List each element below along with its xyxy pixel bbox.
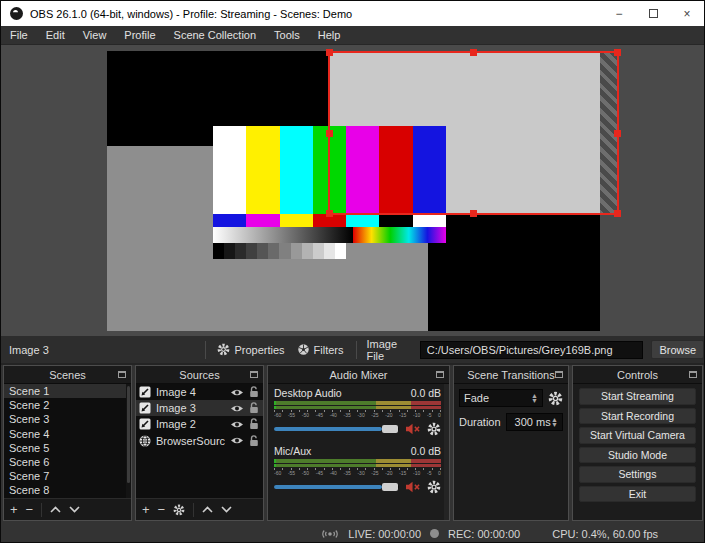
- menu-file[interactable]: File: [1, 26, 37, 44]
- lock-open-icon[interactable]: [249, 386, 259, 398]
- properties-button[interactable]: Properties: [211, 343, 290, 356]
- db-tick-label: -55: [288, 470, 295, 477]
- scene-transitions-title: Scene Transitions: [467, 369, 554, 381]
- transition-select[interactable]: Fade ▲▼: [459, 389, 543, 407]
- resize-handle-bottom-right[interactable]: [614, 210, 621, 217]
- resize-handle-top-middle[interactable]: [470, 49, 477, 56]
- source-item-selected[interactable]: Image 3: [136, 400, 263, 416]
- dock-icon[interactable]: [689, 371, 697, 378]
- remove-scene-button[interactable]: −: [26, 503, 34, 516]
- menu-tools[interactable]: Tools: [265, 26, 309, 44]
- browse-button[interactable]: Browse: [651, 340, 704, 359]
- scene-item[interactable]: Scene 3: [4, 412, 131, 426]
- mixer-scrollbar[interactable]: [444, 384, 449, 520]
- volume-slider-handle[interactable]: [382, 425, 398, 433]
- scene-item[interactable]: Scene 4: [4, 427, 131, 441]
- window-controls: − ×: [602, 1, 704, 26]
- combo-arrows-icon: ▲▼: [531, 393, 538, 403]
- source-item[interactable]: Image 2: [136, 416, 263, 432]
- mute-icon[interactable]: [406, 481, 420, 493]
- source-name: Image 2: [156, 418, 225, 430]
- scene-transitions-panel-header[interactable]: Scene Transitions: [454, 366, 568, 384]
- sources-panel-header[interactable]: Sources: [136, 366, 263, 384]
- minimize-button[interactable]: −: [602, 1, 636, 26]
- menu-scene-collection[interactable]: Scene Collection: [165, 26, 266, 44]
- spinbox-arrows-icon[interactable]: ▲▼: [551, 417, 558, 427]
- menu-bar: File Edit View Profile Scene Collection …: [1, 26, 704, 45]
- channel-name: Mic/Aux: [274, 445, 311, 457]
- mute-icon[interactable]: [406, 423, 420, 435]
- scenes-panel-header[interactable]: Scenes: [4, 366, 131, 384]
- selection-border[interactable]: [328, 51, 619, 215]
- filters-button[interactable]: Filters: [291, 343, 350, 356]
- settings-button[interactable]: Settings: [579, 466, 696, 483]
- start-streaming-button[interactable]: Start Streaming: [579, 388, 696, 405]
- visibility-eye-icon[interactable]: [230, 388, 244, 397]
- scene-item[interactable]: Scene 2: [4, 398, 131, 412]
- exit-button[interactable]: Exit: [579, 486, 696, 503]
- resize-handle-bottom-middle[interactable]: [470, 210, 477, 217]
- gear-icon[interactable]: [427, 422, 441, 436]
- scenes-scrollbar[interactable]: [126, 384, 131, 498]
- add-scene-button[interactable]: +: [10, 503, 18, 516]
- db-tick-label: -10: [413, 470, 420, 477]
- db-tick-label: -20: [385, 412, 392, 419]
- window-title: OBS 26.1.0 (64-bit, windows) - Profile: …: [30, 8, 352, 20]
- image-file-input[interactable]: [420, 341, 644, 359]
- resize-handle-middle-right[interactable]: [614, 130, 621, 137]
- transition-settings-gear-icon[interactable]: [548, 391, 563, 406]
- gear-icon[interactable]: [427, 480, 441, 494]
- volume-slider-handle[interactable]: [382, 483, 398, 491]
- source-item[interactable]: Image 4: [136, 384, 263, 400]
- menu-profile[interactable]: Profile: [115, 26, 164, 44]
- gear-icon: [173, 504, 185, 516]
- lock-open-icon[interactable]: [249, 402, 259, 414]
- lock-open-icon[interactable]: [249, 435, 259, 447]
- source-name: Image 4: [156, 386, 225, 398]
- scene-item[interactable]: Scene 5: [4, 441, 131, 455]
- resize-handle-top-right[interactable]: [614, 49, 621, 56]
- move-source-up-button[interactable]: [202, 506, 213, 513]
- start-virtual-camera-button[interactable]: Start Virtual Camera: [579, 427, 696, 444]
- controls-panel: Controls Start Streaming Start Recording…: [572, 365, 703, 521]
- dock-icon[interactable]: [250, 371, 258, 378]
- menu-help[interactable]: Help: [309, 26, 350, 44]
- scene-item[interactable]: Scene 1: [4, 384, 131, 398]
- remove-source-button[interactable]: −: [158, 503, 166, 516]
- scenes-panel: Scenes Scene 1 Scene 2 Scene 3 Scene 4 S…: [3, 365, 132, 521]
- dock-icon[interactable]: [436, 371, 444, 378]
- audio-mixer-panel-header[interactable]: Audio Mixer: [268, 366, 449, 384]
- start-recording-button[interactable]: Start Recording: [579, 408, 696, 425]
- scene-item[interactable]: Scene 7: [4, 469, 131, 483]
- duration-spinbox[interactable]: 300 ms ▲▼: [506, 413, 563, 431]
- source-properties-button[interactable]: [173, 504, 185, 516]
- volume-meter: [274, 459, 441, 467]
- add-source-button[interactable]: +: [142, 503, 150, 516]
- volume-slider[interactable]: [274, 485, 399, 489]
- resize-handle-middle-left[interactable]: [326, 130, 333, 137]
- close-button[interactable]: ×: [670, 1, 704, 26]
- resize-handle-top-left[interactable]: [326, 49, 333, 56]
- studio-mode-button[interactable]: Studio Mode: [579, 447, 696, 464]
- move-source-down-button[interactable]: [221, 506, 232, 513]
- dock-icon[interactable]: [118, 371, 126, 378]
- volume-slider[interactable]: [274, 427, 399, 431]
- scene-item[interactable]: Scene 8: [4, 483, 131, 497]
- resize-handle-bottom-left[interactable]: [326, 210, 333, 217]
- menu-edit[interactable]: Edit: [37, 26, 74, 44]
- obs-window: OBS 26.1.0 (64-bit, windows) - Profile: …: [0, 0, 705, 543]
- scenes-title: Scenes: [49, 369, 86, 381]
- source-item[interactable]: BrowserSource: [136, 433, 263, 449]
- dock-icon[interactable]: [555, 371, 563, 378]
- menu-view[interactable]: View: [74, 26, 116, 44]
- scene-item[interactable]: Scene 6: [4, 455, 131, 469]
- move-scene-down-button[interactable]: [69, 506, 80, 513]
- maximize-button[interactable]: [636, 1, 670, 26]
- visibility-eye-icon[interactable]: [230, 404, 244, 413]
- rec-dot-icon: [430, 529, 439, 538]
- visibility-eye-icon[interactable]: [230, 420, 244, 429]
- lock-open-icon[interactable]: [249, 418, 259, 430]
- visibility-eye-icon[interactable]: [230, 436, 244, 445]
- controls-panel-header[interactable]: Controls: [573, 366, 702, 384]
- move-scene-up-button[interactable]: [50, 506, 61, 513]
